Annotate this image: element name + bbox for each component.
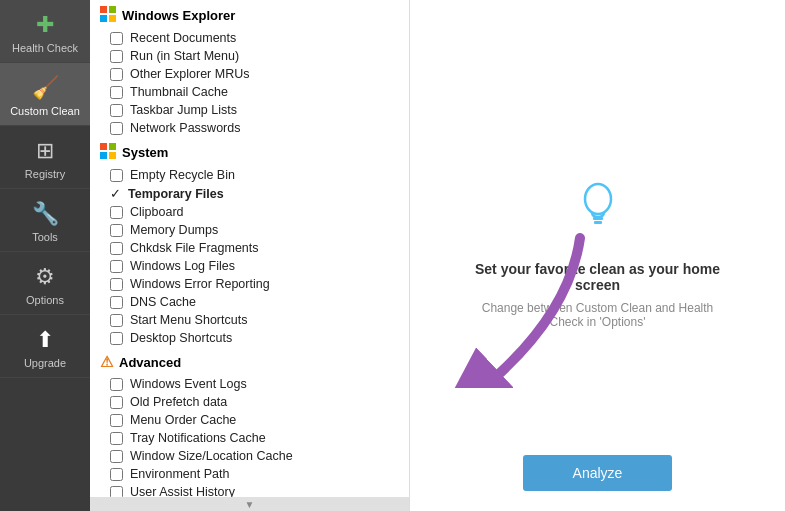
item-desktop-shortcuts[interactable]: Desktop Shortcuts [90,329,409,347]
advanced-icon: ⚠ [100,353,113,371]
label-windows-log-files: Windows Log Files [130,259,235,273]
svg-rect-2 [100,15,107,22]
label-clipboard: Clipboard [130,205,184,219]
label-empty-recycle-bin: Empty Recycle Bin [130,168,235,182]
label-tray-notifications-cache: Tray Notifications Cache [130,431,266,445]
svg-rect-4 [100,143,107,150]
label-window-size-location-cache: Window Size/Location Cache [130,449,293,463]
sidebar-item-upgrade[interactable]: ⬆ Upgrade [0,315,90,378]
arrow-graphic [440,228,620,391]
sidebar-item-options[interactable]: ⚙ Options [0,252,90,315]
item-clipboard[interactable]: Clipboard [90,203,409,221]
checklist-scroll[interactable]: Windows Explorer Recent Documents Run (i… [90,0,409,497]
item-window-size-location-cache[interactable]: Window Size/Location Cache [90,447,409,465]
label-thumbnail-cache: Thumbnail Cache [130,85,228,99]
sidebar-item-label-registry: Registry [25,168,65,180]
svg-rect-5 [109,143,116,150]
custom-clean-icon: 🧹 [32,75,59,101]
sidebar-item-label-options: Options [26,294,64,306]
label-recent-documents: Recent Documents [130,31,236,45]
section-label-system: System [122,145,168,160]
svg-point-8 [585,184,611,214]
svg-rect-1 [109,6,116,13]
item-tray-notifications-cache[interactable]: Tray Notifications Cache [90,429,409,447]
label-temporary-files: Temporary Files [128,187,224,201]
section-label-windows-explorer: Windows Explorer [122,8,235,23]
label-desktop-shortcuts: Desktop Shortcuts [130,331,232,345]
item-windows-log-files[interactable]: Windows Log Files [90,257,409,275]
system-icon [100,143,116,162]
section-windows-explorer: Windows Explorer [90,0,409,29]
label-dns-cache: DNS Cache [130,295,196,309]
scroll-indicator: ▼ [90,497,409,511]
sidebar-item-label-upgrade: Upgrade [24,357,66,369]
sidebar-item-label-custom: Custom Clean [10,105,80,117]
svg-rect-3 [109,15,116,22]
sidebar-item-label-tools: Tools [32,231,58,243]
analyze-button[interactable]: Analyze [523,455,673,491]
label-memory-dumps: Memory Dumps [130,223,218,237]
item-environment-path[interactable]: Environment Path [90,465,409,483]
windows-explorer-icon [100,6,116,25]
label-taskbar-jump-lists: Taskbar Jump Lists [130,103,237,117]
sidebar-item-health-check[interactable]: ✚ Health Check [0,0,90,63]
item-start-menu-shortcuts[interactable]: Start Menu Shortcuts [90,311,409,329]
item-chkdsk-file-fragments[interactable]: Chkdsk File Fragments [90,239,409,257]
registry-icon: ⊞ [36,138,54,164]
sidebar-item-custom-clean[interactable]: 🧹 Custom Clean [0,63,90,126]
scroll-arrow-down: ▼ [245,499,255,510]
sidebar: ✚ Health Check 🧹 Custom Clean ⊞ Registry… [0,0,90,511]
health-check-icon: ✚ [36,12,54,38]
label-menu-order-cache: Menu Order Cache [130,413,236,427]
label-start-menu-shortcuts: Start Menu Shortcuts [130,313,247,327]
item-memory-dumps[interactable]: Memory Dumps [90,221,409,239]
item-network-passwords[interactable]: Network Passwords [90,119,409,137]
item-temporary-files[interactable]: ✓ Temporary Files [90,184,409,203]
item-empty-recycle-bin[interactable]: Empty Recycle Bin [90,166,409,184]
label-chkdsk-file-fragments: Chkdsk File Fragments [130,241,259,255]
svg-rect-10 [594,221,602,224]
item-thumbnail-cache[interactable]: Thumbnail Cache [90,83,409,101]
item-taskbar-jump-lists[interactable]: Taskbar Jump Lists [90,101,409,119]
svg-rect-0 [100,6,107,13]
item-user-assist-history[interactable]: User Assist History [90,483,409,497]
item-old-prefetch-data[interactable]: Old Prefetch data [90,393,409,411]
tools-icon: 🔧 [32,201,59,227]
svg-rect-9 [593,217,603,220]
sidebar-item-registry[interactable]: ⊞ Registry [0,126,90,189]
upgrade-icon: ⬆ [36,327,54,353]
item-menu-order-cache[interactable]: Menu Order Cache [90,411,409,429]
item-dns-cache[interactable]: DNS Cache [90,293,409,311]
item-other-explorer-mrus[interactable]: Other Explorer MRUs [90,65,409,83]
item-run-start-menu[interactable]: Run (in Start Menu) [90,47,409,65]
section-label-advanced: Advanced [119,355,181,370]
item-recent-documents[interactable]: Recent Documents [90,29,409,47]
item-windows-error-reporting[interactable]: Windows Error Reporting [90,275,409,293]
label-environment-path: Environment Path [130,467,229,481]
main-content: Windows Explorer Recent Documents Run (i… [90,0,785,511]
label-user-assist-history: User Assist History [130,485,235,497]
label-network-passwords: Network Passwords [130,121,240,135]
analyze-button-wrap: Analyze [410,455,785,491]
svg-rect-7 [109,152,116,159]
options-icon: ⚙ [35,264,55,290]
label-old-prefetch-data: Old Prefetch data [130,395,227,409]
section-advanced: ⚠ Advanced [90,347,409,375]
item-windows-event-logs[interactable]: Windows Event Logs [90,375,409,393]
tip-area: Set your favorite clean as your home scr… [410,0,785,511]
label-windows-error-reporting: Windows Error Reporting [130,277,270,291]
svg-rect-6 [100,152,107,159]
sidebar-item-label-health: Health Check [12,42,78,54]
checklist-panel: Windows Explorer Recent Documents Run (i… [90,0,410,511]
sidebar-item-tools[interactable]: 🔧 Tools [0,189,90,252]
section-system: System [90,137,409,166]
checkmark-temporary-files: ✓ [110,186,121,201]
label-other-explorer-mrus: Other Explorer MRUs [130,67,249,81]
label-run-start-menu: Run (in Start Menu) [130,49,239,63]
label-windows-event-logs: Windows Event Logs [130,377,247,391]
